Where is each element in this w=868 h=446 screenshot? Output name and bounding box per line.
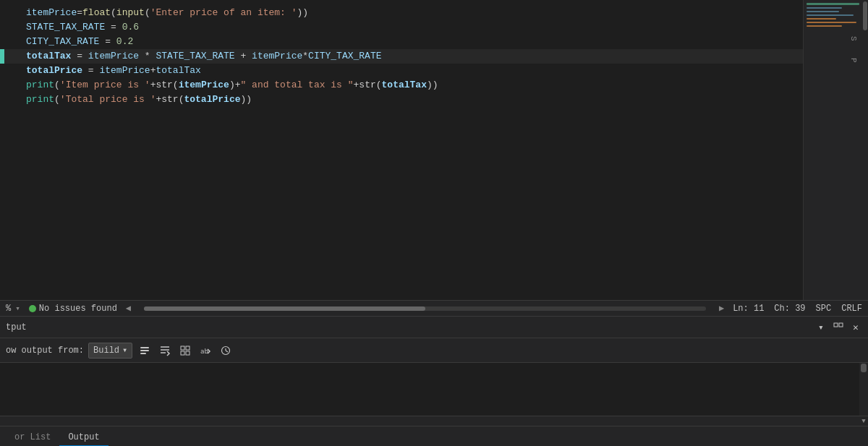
toolbar-icon-btn-5[interactable] <box>218 343 234 359</box>
scroll-right-arrow[interactable]: ▶ <box>719 303 724 314</box>
svg-rect-9 <box>186 346 190 350</box>
status-bar: % ▾ No issues found ◀ ▶ Ln: 11 Ch: 39 SP… <box>0 300 868 316</box>
status-right: Ln: 11 Ch: 39 SPC CRLF <box>733 304 862 314</box>
code-token: print <box>26 78 54 93</box>
status-scrollbar[interactable] <box>144 306 706 311</box>
panel-scrollbar-thumb <box>861 364 867 372</box>
panel-controls: ▾ ✕ <box>814 321 862 334</box>
no-issues-icon <box>29 305 36 312</box>
svg-rect-2 <box>140 347 149 348</box>
percent-dropdown-arrow[interactable]: ▾ <box>15 304 20 313</box>
code-line-5[interactable]: totalPrice = itemPrice+totalTax <box>0 64 803 78</box>
percent-label[interactable]: % <box>6 304 11 314</box>
toolbar-icon-btn-3[interactable] <box>177 343 193 359</box>
minimap-scrollbar-thumb <box>863 1 867 30</box>
line-indicator <box>0 49 4 64</box>
panel-bottom-scrollbar: ▼ <box>0 416 868 426</box>
spc-label: SPC <box>816 304 832 314</box>
code-token: STATE_TAX_RATE <box>26 20 105 35</box>
panel-content <box>0 363 868 416</box>
panel-title-bar: tput ▾ ✕ <box>6 321 862 334</box>
mm-line <box>807 11 839 12</box>
mm-line <box>807 7 842 9</box>
svg-line-15 <box>226 351 228 352</box>
code-token: totalPrice <box>26 64 82 78</box>
panel-title: tput <box>6 322 27 333</box>
code-line-6[interactable]: print('Item price is '+str(itemPrice)+" … <box>0 78 803 93</box>
code-line-2[interactable]: STATE_TAX_RATE = 0.6 <box>0 20 803 35</box>
mm-line <box>807 25 842 27</box>
code-token: CITY_TAX_RATE <box>26 35 99 49</box>
code-line-1[interactable]: itemPrice=float(input('Enter price of an… <box>0 6 803 20</box>
status-left: % ▾ <box>6 304 20 314</box>
scroll-left-arrow[interactable]: ◀ <box>126 303 131 314</box>
svg-text:ab: ab <box>200 348 208 355</box>
scroll-down-arrow[interactable]: ▼ <box>859 417 868 426</box>
panel-close-btn[interactable]: ✕ <box>849 321 862 334</box>
code-token: totalTax <box>26 49 71 64</box>
panel-split-btn[interactable] <box>832 321 845 334</box>
panel-title-left: tput <box>6 322 27 333</box>
svg-rect-11 <box>186 351 190 355</box>
minimap-scrollbar <box>862 0 868 300</box>
status-issues[interactable]: No issues found <box>29 304 117 314</box>
build-dropdown-value: Build <box>93 346 119 356</box>
panel-header: tput ▾ ✕ <box>0 317 868 338</box>
editor-area: itemPrice=float(input('Enter price of an… <box>0 0 868 300</box>
svg-rect-8 <box>181 346 184 350</box>
crlf-label: CRLF <box>841 304 862 314</box>
minimap-vis <box>804 0 868 32</box>
minimap-right-label-p: P <box>849 58 858 63</box>
code-token: print <box>26 93 54 107</box>
panel-collapse-btn[interactable]: ▾ <box>814 321 827 334</box>
mm-line <box>807 14 854 16</box>
code-token: itemPrice <box>26 6 77 20</box>
code-line-4-active[interactable]: totalTax = itemPrice * STATE_TAX_RATE + … <box>0 49 803 64</box>
ln-label: Ln: 11 <box>733 304 764 314</box>
tab-error-list[interactable]: or List <box>6 429 59 446</box>
mm-line <box>807 18 836 20</box>
panel-area: tput ▾ ✕ ow output from: Build ▾ <box>0 316 868 446</box>
toolbar-icon-btn-2[interactable] <box>157 343 173 359</box>
build-dropdown[interactable]: Build ▾ <box>88 343 132 359</box>
mm-line <box>807 22 856 23</box>
show-output-label: ow output from: <box>6 346 84 356</box>
code-line-3[interactable]: CITY_TAX_RATE = 0.2 <box>0 35 803 49</box>
svg-rect-4 <box>140 353 146 354</box>
minimap-right-label-s: S <box>849 36 858 41</box>
toolbar-icon-btn-1[interactable] <box>137 343 153 359</box>
toolbar-icon-btn-4[interactable]: ab <box>197 343 213 359</box>
status-scrollbar-thumb <box>144 306 425 311</box>
minimap-panel: S P <box>803 0 868 300</box>
minimap-content: S P <box>804 0 868 300</box>
panel-toolbar: ow output from: Build ▾ <box>0 338 868 363</box>
code-line-7[interactable]: print('Total price is '+str(totalPrice)) <box>0 93 803 107</box>
svg-rect-3 <box>140 350 149 351</box>
code-editor[interactable]: itemPrice=float(input('Enter price of an… <box>0 0 803 300</box>
svg-rect-10 <box>181 351 184 355</box>
svg-rect-0 <box>834 323 838 327</box>
ch-label: Ch: 39 <box>774 304 805 314</box>
svg-rect-1 <box>839 323 843 327</box>
no-issues-text: No issues found <box>39 304 117 314</box>
mm-line <box>807 3 859 5</box>
bottom-tabs: or List Output <box>0 426 868 446</box>
panel-scrollbar[interactable] <box>859 363 868 416</box>
tab-output[interactable]: Output <box>59 429 108 446</box>
dropdown-arrow-icon: ▾ <box>122 345 127 356</box>
